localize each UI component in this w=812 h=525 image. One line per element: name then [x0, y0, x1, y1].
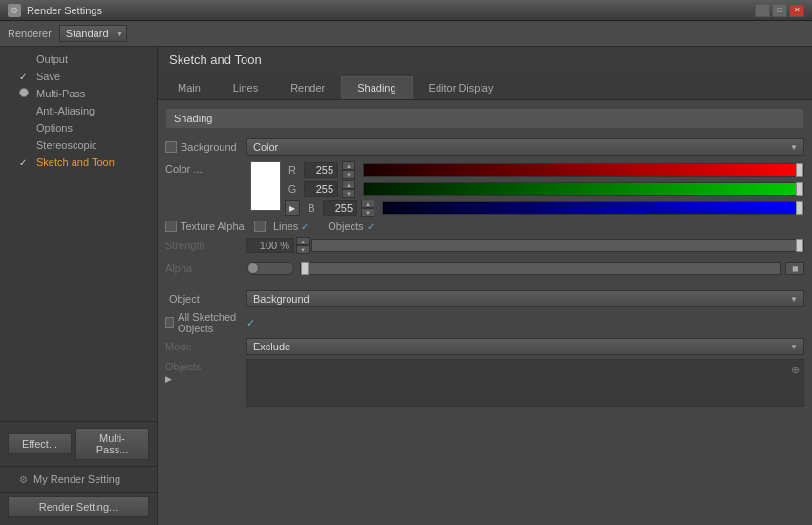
all-sketched-text: All Sketched Objects [178, 311, 246, 334]
output-check [19, 54, 31, 65]
alpha-end-button[interactable]: ◼ [785, 262, 804, 275]
texture-alpha-checkbox[interactable] [165, 220, 177, 232]
maximize-button[interactable]: □ [772, 4, 787, 17]
color-swatch[interactable] [250, 161, 281, 211]
background-dropdown[interactable]: Color ▼ [246, 138, 804, 156]
blue-slider[interactable] [382, 201, 804, 215]
save-check: ✓ [19, 72, 31, 82]
object-text: Object [169, 293, 200, 304]
all-sketched-checkbox[interactable] [165, 317, 174, 328]
sidebar-item-output[interactable]: Output [0, 51, 157, 68]
sidebar-item-label: Multi-Pass [36, 88, 85, 99]
sidebar-item-sketch-toon[interactable]: ✓ Sketch and Toon [0, 154, 157, 171]
green-down-button[interactable]: ▼ [342, 189, 355, 198]
dropdown-arrow-icon: ▼ [790, 143, 798, 152]
tab-render[interactable]: Render [274, 76, 341, 99]
mode-dropdown[interactable]: Exclude ▼ [246, 338, 804, 355]
objects-list-icon[interactable]: ⊕ [791, 364, 800, 376]
gear-small-icon: ⚙ [19, 474, 28, 485]
green-spinners: ▲ ▼ [342, 180, 355, 198]
section-title: Sketch and Toon [158, 47, 812, 74]
alpha-row: Alpha ..... ◼ [165, 259, 804, 278]
alpha-slider[interactable] [300, 262, 781, 275]
minimize-button[interactable]: ─ [755, 4, 770, 17]
alpha-label: Alpha ..... [165, 262, 246, 274]
red-slider[interactable] [363, 163, 804, 177]
sidebar-item-save[interactable]: ✓ Save [0, 68, 157, 85]
green-input[interactable] [304, 181, 338, 197]
multipass-button[interactable]: Multi-Pass... [75, 428, 149, 460]
sidebar-item-my-render-setting[interactable]: ⚙ My Render Setting [0, 471, 157, 488]
aa-check [19, 106, 31, 116]
all-sketched-label: All Sketched Objects [165, 311, 246, 334]
tab-shading[interactable]: Shading [341, 76, 412, 99]
close-button[interactable]: ✕ [789, 4, 804, 17]
sidebar-item-label: Options [36, 122, 73, 134]
strength-row: Strength ..... ▲ ▼ [165, 236, 804, 255]
objects-label: Objects ......... ▶ [165, 359, 246, 384]
lines-check-label: Lines ✓ [273, 220, 309, 232]
sidebar-item-options[interactable]: Options [0, 119, 157, 136]
green-slider[interactable] [363, 182, 804, 196]
render-setting-button[interactable]: Render Setting... [8, 496, 149, 517]
sidebar-item-label: Save [36, 71, 60, 82]
tab-editor-display[interactable]: Editor Display [413, 76, 510, 99]
all-sketched-row: All Sketched Objects ✓ [165, 311, 804, 334]
mode-row: Mode ......... Exclude ▼ [165, 338, 804, 355]
strength-up-button[interactable]: ▲ [296, 237, 310, 245]
objects-check-label: Objects ✓ [328, 220, 374, 232]
window-title: Render Settings [27, 5, 102, 16]
red-down-button[interactable]: ▼ [342, 170, 355, 178]
strength-spinners: ▲ ▼ [296, 237, 310, 254]
lines-checkmark-icon: ✓ [301, 221, 309, 232]
sidebar-item-antialiasing[interactable]: Anti-Aliasing [0, 102, 157, 119]
strength-label: Strength ..... [165, 240, 246, 251]
alpha-toggle[interactable] [246, 262, 294, 275]
blue-row: ▶ B ▲ ▼ [285, 200, 804, 217]
sidebar: Output ✓ Save Multi-Pass Anti-Aliasing O… [0, 47, 158, 525]
mode-label: Mode ......... [165, 341, 246, 352]
strength-down-button[interactable]: ▼ [296, 245, 310, 254]
tab-lines[interactable]: Lines [217, 76, 274, 99]
sidebar-item-stereoscopic[interactable]: Stereoscopic [0, 136, 157, 154]
alpha-text: Alpha [165, 262, 192, 274]
play-button[interactable]: ▶ [285, 200, 300, 216]
title-bar: ⚙ Render Settings ─ □ ✕ [0, 0, 812, 21]
strength-input[interactable] [246, 238, 294, 253]
mode-dropdown-arrow-icon: ▼ [790, 343, 798, 351]
texture-alpha-label: Texture Alpha [165, 220, 246, 232]
object-dropdown-arrow-icon: ▼ [790, 295, 798, 304]
red-row: R ▲ ▼ [285, 161, 804, 178]
blue-up-button[interactable]: ▲ [361, 200, 374, 208]
window-icon: ⚙ [8, 4, 21, 17]
blue-input[interactable] [323, 200, 357, 216]
sidebar-item-multipass[interactable]: Multi-Pass [0, 85, 157, 102]
right-panel: Sketch and Toon Main Lines Render Shadin… [158, 47, 812, 525]
red-up-button[interactable]: ▲ [342, 161, 355, 170]
sidebar-bottom-label: My Render Setting [33, 473, 120, 485]
object-row: Object ........ Background ▼ [165, 290, 804, 307]
objects-row: Objects ......... ▶ ⊕ [165, 359, 804, 407]
green-row: G ▲ ▼ [285, 180, 804, 198]
tabs-row: Main Lines Render Shading Editor Display [158, 74, 812, 100]
blue-down-button[interactable]: ▼ [361, 208, 374, 217]
object-label: Object ........ [165, 293, 246, 304]
objects-list: ⊕ [246, 359, 804, 407]
object-dots: ........ [203, 293, 234, 304]
texture-alpha-small-checkbox[interactable] [254, 220, 266, 232]
red-input[interactable] [304, 162, 338, 178]
object-dropdown[interactable]: Background ▼ [246, 290, 804, 307]
toolbar: Renderer Standard [0, 21, 812, 47]
effect-button[interactable]: Effect... [8, 433, 72, 454]
background-checkbox[interactable] [165, 141, 177, 153]
tab-main[interactable]: Main [161, 76, 217, 99]
background-label: Background [165, 141, 246, 153]
sidebar-item-label: Output [36, 53, 68, 65]
strength-slider[interactable] [311, 239, 804, 252]
texture-alpha-text: Texture Alpha [181, 220, 245, 232]
rgb-fields: R ▲ ▼ G ▲ [285, 161, 804, 217]
green-up-button[interactable]: ▲ [342, 180, 355, 189]
alpha-dots: ..... [195, 262, 214, 274]
objects-expand-icon[interactable]: ▶ [165, 374, 172, 384]
renderer-select[interactable]: Standard [59, 25, 127, 42]
